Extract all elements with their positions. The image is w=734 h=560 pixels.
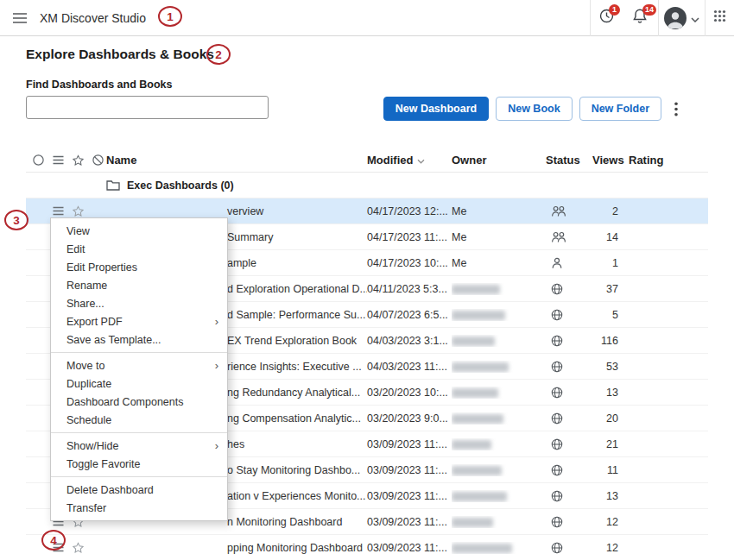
owner-cell xyxy=(452,516,546,528)
column-header-rating[interactable]: Rating xyxy=(629,154,708,167)
menu-item-transfer[interactable]: Transfer xyxy=(51,499,227,517)
action-buttons: New Dashboard New Book New Folder xyxy=(383,97,684,121)
top-bar-right: 1 14 xyxy=(590,0,734,36)
submenu-arrow-icon: › xyxy=(215,440,218,451)
menu-item-dashboard-components[interactable]: Dashboard Components xyxy=(51,393,227,411)
context-menu: ViewEditEdit PropertiesRenameShare...Exp… xyxy=(50,217,228,521)
menu-item-save-as-template[interactable]: Save as Template... xyxy=(51,330,227,349)
column-header-status[interactable]: Status xyxy=(546,154,592,167)
column-header-name[interactable]: Name xyxy=(106,154,367,167)
owner-cell: Me xyxy=(452,205,546,217)
views-cell: 13 xyxy=(592,490,629,502)
folder-row[interactable]: Exec Dashboards (0) xyxy=(26,173,708,198)
menu-item-edit-properties[interactable]: Edit Properties xyxy=(51,258,227,276)
menu-item-schedule[interactable]: Schedule xyxy=(51,411,227,429)
more-options-kebab-icon[interactable] xyxy=(668,97,684,121)
sort-descending-icon xyxy=(417,154,425,167)
labels-filter-icon[interactable] xyxy=(92,154,104,167)
new-dashboard-button[interactable]: New Dashboard xyxy=(383,97,489,121)
menu-item-show-hide[interactable]: Show/Hide› xyxy=(51,437,227,455)
status-public-icon xyxy=(551,387,563,399)
menu-item-share[interactable]: Share... xyxy=(51,294,227,312)
avatar[interactable] xyxy=(664,7,687,29)
item-name[interactable]: ng Compensation Analytic... xyxy=(227,412,361,425)
owner-blurred xyxy=(452,414,503,424)
modified-cell: 03/09/2023 11:... xyxy=(367,490,452,502)
list-filter-icon[interactable] xyxy=(53,154,64,167)
new-folder-button[interactable]: New Folder xyxy=(579,97,661,121)
item-name[interactable]: ample xyxy=(227,257,256,269)
annotation-4: 4 xyxy=(41,530,66,551)
status-shared-icon xyxy=(551,231,566,243)
select-all-circle-icon[interactable] xyxy=(33,154,44,167)
item-name[interactable]: d Sample: Performance Su... xyxy=(227,309,366,321)
favorite-star-icon[interactable] xyxy=(73,542,84,553)
item-name[interactable]: d Exploration Operational D... xyxy=(227,283,367,295)
item-name[interactable]: hes xyxy=(227,438,244,450)
modified-cell: 04/03/2023 3:1... xyxy=(367,335,452,347)
views-cell: 13 xyxy=(592,387,629,399)
submenu-arrow-icon: › xyxy=(215,360,218,371)
search-input[interactable] xyxy=(26,96,269,119)
status-private-icon xyxy=(551,257,563,269)
table-header: Name Modified Owner Status Views Rating xyxy=(26,148,708,173)
views-cell: 2 xyxy=(592,205,629,217)
owner-cell xyxy=(452,283,546,295)
menu-item-rename[interactable]: Rename xyxy=(51,276,227,294)
annotation-3: 3 xyxy=(4,210,28,230)
status-shared-icon xyxy=(551,205,566,217)
hamburger-menu-icon[interactable] xyxy=(11,9,28,27)
column-header-modified[interactable]: Modified xyxy=(367,154,452,167)
status-public-icon xyxy=(551,490,563,502)
modified-cell: 04/07/2023 6:5... xyxy=(367,309,452,321)
status-public-icon xyxy=(551,283,563,295)
item-name[interactable]: EX Trend Exploration Book xyxy=(227,335,357,347)
item-name[interactable]: verview xyxy=(227,205,263,217)
menu-item-delete-dashboard[interactable]: Delete Dashboard xyxy=(51,481,227,499)
modified-cell: 03/09/2023 11:... xyxy=(367,438,452,450)
item-name[interactable]: ng Redundancy Analytical... xyxy=(227,387,360,399)
modified-cell: 03/20/2023 9:0... xyxy=(367,412,452,425)
favorites-star-icon[interactable] xyxy=(73,154,84,167)
submenu-arrow-icon: › xyxy=(215,316,218,327)
modified-cell: 04/17/2023 12:... xyxy=(367,205,452,217)
item-name[interactable]: pping Monitoring Dashboard xyxy=(227,542,363,554)
user-menu[interactable] xyxy=(658,0,705,36)
menu-item-export-pdf[interactable]: Export PDF› xyxy=(51,312,227,330)
item-name[interactable]: ation v Experiences Monito... xyxy=(227,490,366,502)
waffle-grid-icon xyxy=(713,9,726,26)
annotation-1: 1 xyxy=(158,6,182,27)
status-public-icon xyxy=(551,516,563,528)
new-book-button[interactable]: New Book xyxy=(496,97,572,121)
app-launcher-button[interactable] xyxy=(705,0,734,36)
column-header-owner[interactable]: Owner xyxy=(452,154,546,167)
menu-item-view[interactable]: View xyxy=(51,222,227,240)
menu-divider xyxy=(51,476,227,477)
views-cell: 37 xyxy=(592,283,629,295)
column-header-views[interactable]: Views xyxy=(592,154,629,167)
alerts-button[interactable]: 1 xyxy=(590,0,622,36)
modified-cell: 04/17/2023 11:... xyxy=(367,231,452,243)
notifications-badge: 14 xyxy=(642,4,656,16)
owner-blurred xyxy=(452,518,493,527)
menu-item-move-to[interactable]: Move to› xyxy=(51,356,227,374)
menu-divider xyxy=(51,352,227,353)
menu-item-toggle-favorite[interactable]: Toggle Favorite xyxy=(51,455,227,473)
folder-name: Exec Dashboards (0) xyxy=(127,179,234,192)
item-name[interactable]: rience Insights: Executive ... xyxy=(227,361,362,373)
views-cell: 1 xyxy=(592,257,629,269)
item-name[interactable]: o Stay Monitoring Dashbo... xyxy=(227,464,360,476)
notifications-button[interactable]: 14 xyxy=(622,0,658,36)
favorite-star-icon[interactable] xyxy=(73,205,84,217)
views-cell: 53 xyxy=(592,361,629,373)
modified-cell: 03/20/2023 10:... xyxy=(367,387,452,399)
row-menu-handle-icon[interactable] xyxy=(53,206,64,216)
views-cell: 5 xyxy=(592,309,629,321)
menu-item-edit[interactable]: Edit xyxy=(51,240,227,258)
table-row[interactable]: pping Monitoring Dashboard03/09/2023 11:… xyxy=(26,535,708,560)
owner-blurred xyxy=(452,337,495,346)
modified-cell: 03/09/2023 11:... xyxy=(367,516,452,528)
item-name[interactable]: n Monitoring Dashboard xyxy=(227,516,342,528)
menu-item-duplicate[interactable]: Duplicate xyxy=(51,374,227,393)
item-name[interactable]: Summary xyxy=(227,231,273,243)
